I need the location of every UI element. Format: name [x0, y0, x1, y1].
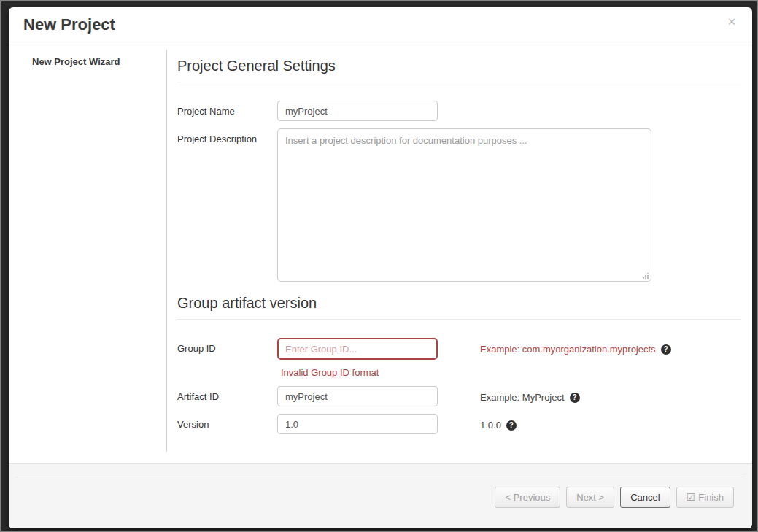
dialog-title: New Project: [23, 15, 115, 34]
project-description-label: Project Description: [177, 128, 277, 144]
screen-background: { "dialog": { "title": "New Project", "c…: [0, 0, 758, 532]
project-name-label: Project Name: [177, 101, 277, 117]
artifact-id-example: Example: MyProject ?: [480, 386, 580, 403]
resize-grip-icon[interactable]: [642, 272, 649, 280]
gav-form: Group ID Example: com.myorganization.myp…: [177, 338, 741, 434]
group-id-example: Example: com.myorganization.myprojects ?: [480, 338, 671, 355]
group-id-example-text: Example: com.myorganization.myprojects: [480, 344, 656, 355]
version-label: Version: [177, 414, 277, 430]
close-icon: ×: [727, 14, 735, 29]
wizard-sidebar: New Project Wizard: [9, 42, 167, 463]
project-description-row: Project Description: [177, 128, 741, 285]
section-heading-gav: Group artifact version: [177, 295, 741, 320]
artifact-id-row: Artifact ID Example: MyProject ?: [177, 386, 741, 406]
artifact-id-example-text: Example: MyProject: [480, 392, 565, 403]
finish-check-icon: ☑: [687, 493, 695, 502]
new-project-dialog: New Project × New Project Wizard Project…: [9, 7, 752, 528]
group-id-help-icon[interactable]: ?: [661, 344, 671, 355]
dialog-header: New Project ×: [9, 7, 752, 42]
group-id-error-message: Invalid Group ID format: [281, 367, 741, 378]
project-name-input[interactable]: [277, 101, 438, 121]
project-name-row: Project Name: [177, 101, 741, 121]
version-example: 1.0.0 ?: [480, 414, 517, 431]
project-description-wrap: [277, 128, 651, 285]
wizard-step-new-project[interactable]: New Project Wizard: [32, 56, 167, 67]
close-button[interactable]: ×: [723, 13, 740, 31]
project-description-input[interactable]: [277, 128, 651, 282]
wizard-content: Project General Settings Project Name Pr…: [167, 42, 752, 463]
artifact-id-input[interactable]: [277, 386, 438, 406]
finish-button-label: Finish: [698, 492, 724, 503]
sidebar-divider: [166, 50, 167, 452]
group-id-label: Group ID: [177, 338, 277, 354]
next-button[interactable]: Next >: [566, 487, 614, 508]
finish-button[interactable]: ☑ Finish: [676, 487, 734, 508]
group-id-input[interactable]: [277, 338, 438, 360]
artifact-id-help-icon[interactable]: ?: [570, 393, 580, 403]
previous-button[interactable]: < Previous: [495, 487, 560, 508]
version-help-icon[interactable]: ?: [506, 420, 517, 431]
footer-buttons: < Previous Next > Cancel ☑ Finish: [9, 477, 752, 508]
version-example-text: 1.0.0: [480, 420, 501, 431]
cancel-button[interactable]: Cancel: [620, 487, 670, 508]
version-row: Version 1.0.0 ?: [177, 414, 741, 434]
artifact-id-label: Artifact ID: [177, 386, 277, 402]
group-id-row: Group ID Example: com.myorganization.myp…: [177, 338, 741, 360]
general-settings-form: Project Name Project Description: [177, 101, 741, 285]
dialog-body: New Project Wizard Project General Setti…: [9, 42, 752, 463]
version-input[interactable]: [277, 414, 438, 434]
section-heading-general: Project General Settings: [177, 58, 741, 82]
dialog-footer: < Previous Next > Cancel ☑ Finish: [9, 463, 752, 528]
